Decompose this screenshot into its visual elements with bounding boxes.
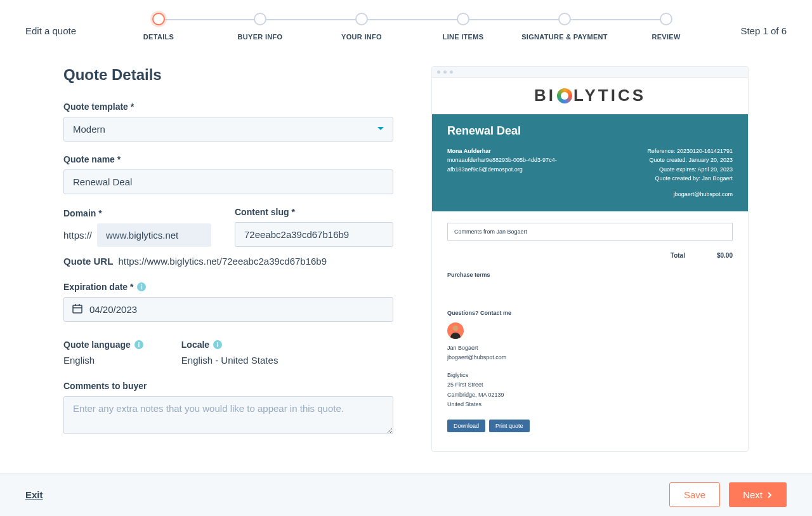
avatar <box>447 322 464 339</box>
comments-textarea[interactable] <box>63 396 393 434</box>
next-button[interactable]: Next <box>729 482 787 507</box>
section-heading: Quote Details <box>63 66 393 84</box>
quote-template-label: Quote template * <box>63 102 393 112</box>
wizard-stepper: DETAILS BUYER INFO YOUR INFO LINE ITEMS … <box>102 13 723 41</box>
expiration-date-label: Expiration date * i <box>63 282 393 292</box>
quote-language-label: Quote language i <box>63 340 143 350</box>
step-details-circle[interactable] <box>152 13 165 25</box>
step-buyer-info-label: BUYER INFO <box>238 33 283 41</box>
preview-comments-box: Comments from Jan Bogaert <box>447 223 733 241</box>
step-your-info-circle[interactable] <box>355 13 368 25</box>
preview-expires: Quote expires: April 20, 2023 <box>647 165 733 174</box>
preview-print-button[interactable]: Print quote <box>489 420 530 432</box>
preview-created: Quote created: January 20, 2023 <box>647 155 733 164</box>
svg-point-4 <box>453 326 458 331</box>
domain-value: www.biglytics.net <box>97 223 211 247</box>
save-button[interactable]: Save <box>669 482 720 507</box>
locale-value: English - United States <box>181 355 278 366</box>
quote-url-label: Quote URL <box>63 256 113 267</box>
preview-company-name: Biglytics <box>447 371 733 380</box>
chevron-right-icon <box>766 489 773 500</box>
domain-prefix: https:// <box>63 230 92 241</box>
content-slug-label: Content slug * <box>235 207 393 217</box>
step-review-label: REVIEW <box>652 33 680 41</box>
preview-company-street: 25 First Street <box>447 381 733 390</box>
quote-name-input[interactable] <box>63 169 393 194</box>
step-line-items-label: LINE ITEMS <box>443 33 484 41</box>
preview-creator-email: jbogaert@hubspot.com <box>647 190 733 199</box>
exit-link[interactable]: Exit <box>25 489 43 500</box>
quote-preview: BILYTICS Renewal Deal Mona Aufderhar mon… <box>431 66 749 452</box>
step-count: Step 1 of 6 <box>723 13 787 36</box>
preview-download-button[interactable]: Download <box>447 420 485 432</box>
quote-url-value: https://www.biglytics.net/72eeabc2a39cd6… <box>119 256 327 267</box>
quote-name-label: Quote name * <box>63 154 393 164</box>
step-buyer-info-circle[interactable] <box>254 13 266 25</box>
quote-template-select[interactable]: Modern <box>63 117 393 142</box>
preview-title: Renewal Deal <box>447 124 733 138</box>
step-details-label: DETAILS <box>143 33 174 41</box>
preview-sender-name: Mona Aufderhar <box>447 147 557 155</box>
preview-questions: Questions? Contact me <box>447 310 733 316</box>
calendar-icon <box>72 303 82 316</box>
preview-purchase-terms: Purchase terms <box>447 272 733 278</box>
preview-chrome <box>432 67 748 78</box>
info-icon[interactable]: i <box>134 340 143 349</box>
step-line-items-circle[interactable] <box>457 13 469 25</box>
comments-label: Comments to buyer <box>63 381 393 391</box>
logo-g-icon <box>557 88 572 103</box>
svg-rect-0 <box>73 305 82 313</box>
preview-sender-line2: afb183aef9c5@demospot.org <box>447 165 557 174</box>
preview-total-value: $0.00 <box>717 252 733 259</box>
preview-total-label: Total <box>671 252 685 259</box>
preview-created-by: Quote created by: Jan Bogaert <box>647 174 733 183</box>
step-your-info-label: YOUR INFO <box>341 33 382 41</box>
expiration-date-input[interactable] <box>63 297 393 322</box>
preview-contact-name: Jan Bogaert <box>447 344 733 353</box>
step-signature-payment-label: SIGNATURE & PAYMENT <box>521 33 608 41</box>
preview-company-city: Cambridge, MA 02139 <box>447 391 733 400</box>
preview-company-country: United States <box>447 400 733 409</box>
info-icon[interactable]: i <box>213 340 222 349</box>
step-signature-payment-circle[interactable] <box>558 13 571 25</box>
quote-language-value: English <box>63 355 143 366</box>
page-title: Edit a quote <box>25 13 102 36</box>
preview-reference: Reference: 20230120-161421791 <box>647 147 733 155</box>
preview-contact-email: jbogaert@hubspot.com <box>447 354 733 362</box>
domain-label: Domain * <box>63 208 222 218</box>
step-review-circle[interactable] <box>660 13 672 25</box>
content-slug-input[interactable] <box>235 222 393 247</box>
preview-logo: BILYTICS <box>432 78 748 114</box>
preview-sender-line1: monaaufderhar9e88293b-005b-4dd3-97c4- <box>447 155 557 164</box>
locale-label: Locale i <box>181 340 278 350</box>
info-icon[interactable]: i <box>137 282 146 291</box>
